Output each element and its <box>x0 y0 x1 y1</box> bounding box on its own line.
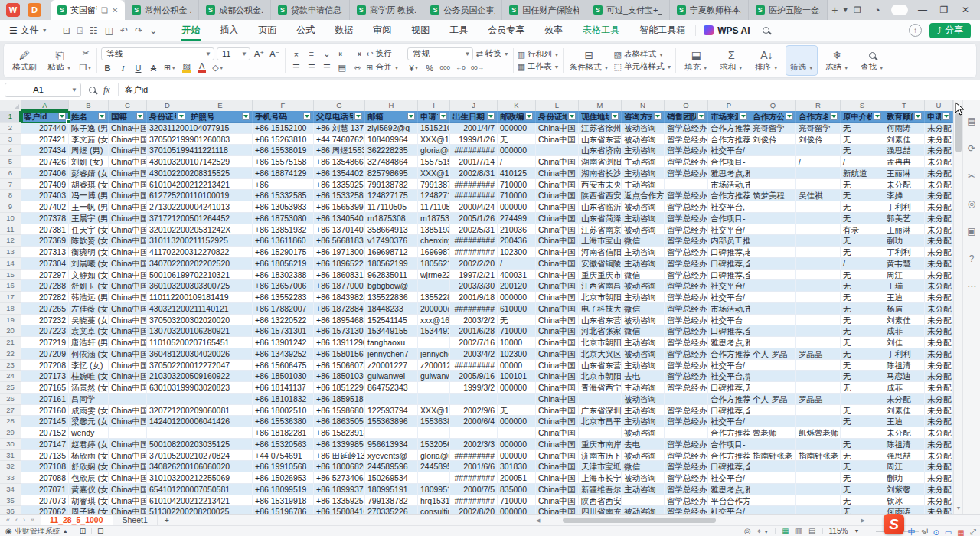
cell[interactable]: m1875308 <box>418 213 450 224</box>
cell[interactable]: 000000 <box>498 292 536 303</box>
cell[interactable]: +44 0754691 <box>253 450 314 462</box>
cell[interactable]: China中国 <box>109 416 147 427</box>
cell[interactable] <box>796 315 841 326</box>
cell[interactable]: +86 刘慧 137052 <box>314 123 365 134</box>
cell[interactable]: 360481200304020026 <box>147 348 253 360</box>
header-cell[interactable]: 出生日期 <box>450 111 498 123</box>
cell[interactable]: 青海省西宁 <box>579 382 622 394</box>
align-center-button[interactable]: ☰ <box>305 61 318 74</box>
header-cell[interactable]: 客户id <box>21 111 69 123</box>
cell[interactable]: 微信 <box>622 235 665 247</box>
cell[interactable]: +86 1354402198 <box>314 168 365 179</box>
cell[interactable]: 成雨雯 (女 <box>69 405 109 417</box>
cell[interactable]: 362228235 <box>365 145 418 156</box>
cell[interactable]: jennychen7 <box>365 348 418 360</box>
cell[interactable]: China中国 <box>109 360 147 371</box>
cell[interactable]: 刘佳 <box>884 337 925 348</box>
cell[interactable]: 市场活动,市 <box>708 179 750 191</box>
column-header-F[interactable]: F <box>253 100 314 111</box>
format-painter-button[interactable]: 🖉 格式刷 <box>8 45 41 76</box>
cell[interactable]: 207369 <box>21 235 69 247</box>
cell[interactable]: ######### <box>450 495 498 507</box>
cell[interactable]: 2001/7/14 <box>450 156 498 168</box>
cell[interactable]: 筑梦美程 <box>750 190 796 201</box>
cell[interactable]: China中国 <box>536 382 579 394</box>
cell[interactable]: +86 15320563 <box>253 439 314 450</box>
cell[interactable]: 2005/1/26 <box>450 213 498 224</box>
cell[interactable]: 630103199903020823 <box>147 382 253 394</box>
row-number[interactable]: 33 <box>0 472 21 484</box>
cell[interactable] <box>750 371 796 382</box>
cell[interactable] <box>750 315 796 326</box>
cell[interactable]: +86 18182281 <box>253 427 314 439</box>
screen-icon[interactable]: ▭ <box>945 528 952 536</box>
cell[interactable] <box>796 360 841 371</box>
cell[interactable]: 2001/9/18 <box>450 292 498 303</box>
cell[interactable]: China中国 <box>109 315 147 326</box>
cell[interactable]: 142401200006041426 <box>147 416 253 427</box>
cell[interactable] <box>147 394 253 405</box>
cell[interactable]: 社交平台/ <box>708 416 750 427</box>
number-format-select[interactable]: 常规▼ <box>407 47 473 60</box>
rows-columns-button[interactable]: ▥ 行和列▼ <box>518 49 560 60</box>
cell[interactable]: 微信 <box>622 303 665 315</box>
cell[interactable]: 207440 <box>21 123 69 134</box>
filter-dropdown-icon[interactable] <box>611 113 619 120</box>
document-tab[interactable]: S贷款申请信息.xlsx <box>271 0 350 20</box>
row-number[interactable]: 10 <box>0 213 21 224</box>
column-header-H[interactable]: H <box>365 100 418 111</box>
cell[interactable]: +86 田延岭13954 <box>314 450 365 462</box>
cell[interactable]: China中国 <box>109 270 147 281</box>
filter-dropdown-icon[interactable] <box>98 113 106 120</box>
cell[interactable]: 留学总经办 <box>665 461 708 472</box>
cell[interactable]: China中国 <box>536 484 579 495</box>
cell[interactable]: 梁馨元 (女 <box>69 416 109 427</box>
align-top-button[interactable]: ⌅ <box>289 47 302 60</box>
cell[interactable]: +86 1872884680 <box>314 303 365 315</box>
cell[interactable]: China中国 <box>536 247 579 258</box>
cell[interactable]: 207152 <box>21 427 69 439</box>
cell[interactable]: XXX@163.c <box>418 168 450 179</box>
cell[interactable]: 未分配 <box>925 292 953 303</box>
cell[interactable]: 430103200107142529 <box>147 156 253 168</box>
cell[interactable] <box>579 427 622 439</box>
cell[interactable]: 被动咨询 <box>622 472 665 484</box>
cell[interactable]: +86 19910568 <box>253 461 314 472</box>
cell[interactable] <box>796 484 841 495</box>
cell[interactable] <box>750 405 796 417</box>
cell[interactable]: 610104200212213421 <box>147 495 253 507</box>
cell[interactable]: 未分配 <box>925 134 953 145</box>
cell[interactable]: 360103200303300725 <box>147 280 253 292</box>
cell[interactable]: China中国 <box>536 303 579 315</box>
cell[interactable]: 130703200106280921 <box>147 325 253 337</box>
filter-dropdown-icon[interactable] <box>740 113 747 120</box>
cell[interactable]: 未分配 <box>925 201 953 213</box>
cell[interactable]: 上海市宝山 <box>579 235 622 247</box>
cell[interactable]: 未分配 <box>925 247 953 258</box>
cell[interactable]: 无 <box>841 179 884 191</box>
cell[interactable]: China中国 <box>536 235 579 247</box>
cell[interactable]: 207402 <box>21 201 69 213</box>
cell[interactable]: +86 18099519 <box>253 484 314 495</box>
cell[interactable]: 未分配 <box>925 123 953 134</box>
align-right-button[interactable]: ☰ <box>320 61 333 74</box>
cell[interactable]: 无 <box>841 495 884 507</box>
cell[interactable]: 2005/9/16 <box>450 371 498 382</box>
cell[interactable]: 无 <box>841 190 884 201</box>
cell[interactable]: 370502200012272047 <box>147 360 253 371</box>
cell[interactable]: +86 15332585 <box>253 190 314 201</box>
cell[interactable]: +44 7460762888 <box>314 134 365 145</box>
cell[interactable]: +86 13657006 <box>253 280 314 292</box>
cell[interactable]: 返点合作方 <box>622 190 665 201</box>
cell[interactable]: 207409 <box>21 179 69 191</box>
cell[interactable]: 无 <box>841 280 884 292</box>
cell[interactable]: +86 18056219 <box>253 258 314 270</box>
file-menu[interactable]: ☰ 文件 ▼ <box>0 24 55 37</box>
pen-icon[interactable]: ✎ <box>921 528 927 536</box>
cell[interactable]: 新航道 <box>841 168 884 179</box>
cell[interactable]: 未分配 <box>925 461 953 472</box>
mic-icon[interactable]: ⊙ <box>933 528 939 536</box>
cell[interactable] <box>796 168 841 179</box>
header-cell[interactable]: 现住地址 <box>579 111 622 123</box>
cell[interactable]: ######### <box>450 450 498 462</box>
